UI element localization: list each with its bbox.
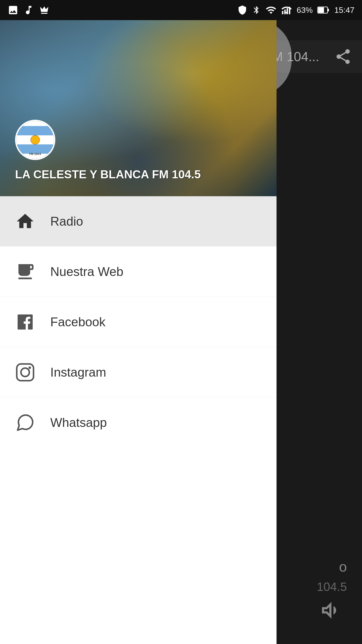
home-icon [15, 211, 35, 231]
svg-rect-3 [289, 7, 290, 14]
menu-item-facebook[interactable]: Facebook [0, 297, 277, 347]
svg-point-11 [31, 135, 40, 144]
status-bar-right-icons: 63% 15:47 [237, 5, 354, 16]
menu-label-facebook: Facebook [50, 315, 106, 329]
svg-rect-1 [284, 10, 286, 14]
menu-item-instagram[interactable]: Instagram [0, 347, 277, 397]
whatsapp-icon [15, 413, 35, 433]
station-logo: FM 104.5 [15, 120, 55, 160]
drawer-header-content: FM 104.5 LA CELESTE Y BLANCA FM 104.5 [15, 120, 201, 181]
menu-label-nuestra-web: Nuestra Web [50, 264, 123, 279]
music-icon [23, 5, 34, 16]
svg-rect-8 [16, 126, 54, 135]
menu-label-whatsapp: Whatsapp [50, 415, 107, 430]
facebook-icon [15, 312, 35, 332]
svg-rect-14 [17, 364, 34, 381]
battery-percent: 63% [297, 6, 313, 15]
station-logo-svg: FM 104.5 [16, 121, 54, 159]
wifi-icon [265, 5, 277, 16]
signal-icon [281, 5, 292, 16]
svg-rect-0 [282, 11, 284, 14]
menu-item-whatsapp[interactable]: Whatsapp [0, 397, 277, 448]
image-icon [8, 5, 19, 16]
menu-item-radio[interactable]: Radio [0, 196, 277, 247]
svg-rect-5 [328, 9, 329, 12]
nav-drawer: FM 104.5 LA CELESTE Y BLANCA FM 104.5 Ra… [0, 20, 277, 644]
radio-frequency-right: 104.5 [317, 580, 347, 594]
svg-rect-2 [287, 8, 288, 14]
menu-label-instagram: Instagram [50, 365, 106, 380]
radio-info: o 104.5 [317, 558, 347, 594]
battery-icon [317, 5, 330, 16]
svg-rect-6 [318, 7, 324, 13]
volume-icon[interactable] [317, 598, 342, 623]
svg-point-16 [28, 366, 31, 369]
bluetooth-icon [252, 6, 261, 15]
volume-icon-container[interactable] [317, 598, 342, 624]
drawer-header: FM 104.5 LA CELESTE Y BLANCA FM 104.5 [0, 20, 277, 196]
drawer-menu: Radio Nuestra Web Facebook [0, 196, 277, 644]
status-bar: 63% 15:47 [0, 0, 362, 20]
svg-point-15 [21, 368, 29, 376]
nuestra-web-icon [15, 262, 35, 282]
share-icon[interactable] [334, 48, 352, 65]
status-bar-left-icons [8, 5, 50, 16]
status-time: 15:47 [334, 6, 354, 15]
instagram-icon [15, 362, 35, 382]
svg-text:FM 104.5: FM 104.5 [29, 152, 41, 155]
menu-item-nuestra-web[interactable]: Nuestra Web [0, 247, 277, 297]
radio-name-right: o [317, 558, 347, 575]
crown-icon [39, 5, 50, 16]
menu-label-radio: Radio [50, 214, 83, 229]
shield-icon [237, 5, 247, 15]
station-name: LA CELESTE Y BLANCA FM 104.5 [15, 168, 201, 181]
